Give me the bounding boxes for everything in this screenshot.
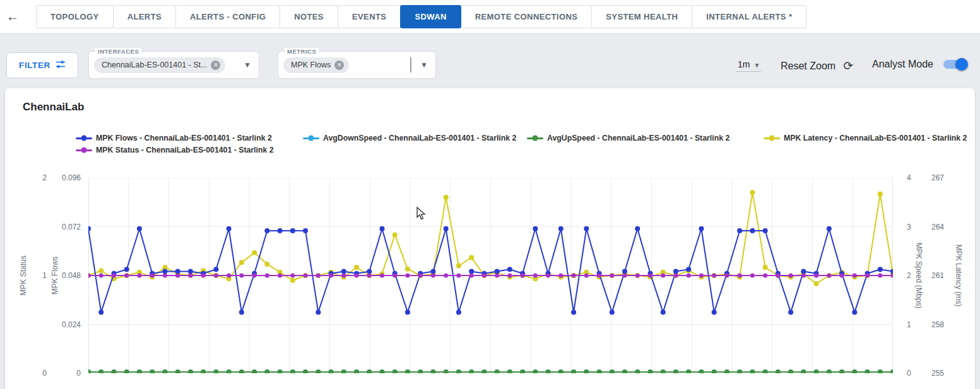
tick-label: 3 <box>907 223 926 231</box>
legend-item-label: AvgDownSpeed - ChennaiLab-ES-001401 - St… <box>323 134 516 142</box>
tick-label: 4 <box>907 173 926 182</box>
chevron-down-icon[interactable]: ▼ <box>241 61 254 69</box>
reset-zoom-button[interactable]: Reset Zoom ⟳ <box>781 59 853 73</box>
tick-label: 0 <box>907 369 926 378</box>
legend-item-mpk-flows[interactable]: MPK Flows - ChennaiLab-ES-001401 - Starl… <box>76 134 272 142</box>
interfaces-label: INTERFACES <box>95 48 141 55</box>
tab-sdwan[interactable]: SDWAN <box>400 5 461 28</box>
tick-column-flows: 0.0960.0720.0480.0240 <box>42 178 81 373</box>
filter-button[interactable]: FILTER <box>6 52 78 78</box>
chart-title: ChennaiLab <box>23 101 84 113</box>
legend-marker-icon <box>303 137 319 139</box>
tab-topology[interactable]: TOPOLOGY <box>36 5 114 28</box>
toggle-knob <box>955 58 968 71</box>
chevron-down-icon[interactable]: ▼ <box>418 61 430 69</box>
chip-remove-icon[interactable]: ✕ <box>211 61 220 70</box>
tick-label: 0 <box>42 369 81 378</box>
interfaces-select[interactable]: INTERFACES ChennaiLab-ES-001401 - St... … <box>88 51 259 79</box>
tick-label: 0.096 <box>42 173 81 182</box>
time-range-select[interactable]: 1m▼ <box>736 59 761 72</box>
tick-label: 2 <box>907 271 926 280</box>
tick-label: 264 <box>931 223 955 231</box>
reset-zoom-label: Reset Zoom <box>781 61 835 72</box>
back-arrow-icon[interactable]: ← <box>0 9 25 24</box>
tick-label: 258 <box>931 320 955 329</box>
analyst-mode-toggle[interactable] <box>943 60 966 69</box>
interfaces-chip-label: ChennaiLab-ES-001401 - St... <box>102 61 207 69</box>
tab-internal-alerts[interactable]: INTERNAL ALERTS * <box>692 5 806 28</box>
legend-item-avgdownspeed[interactable]: AvgDownSpeed - ChennaiLab-ES-001401 - St… <box>303 134 516 142</box>
tick-label: 261 <box>931 271 955 280</box>
tab-system-health[interactable]: SYSTEM HEALTH <box>591 5 692 28</box>
chevron-down-icon: ▼ <box>753 62 760 69</box>
text-caret <box>410 57 411 73</box>
tab-alerts[interactable]: ALERTS <box>113 5 176 28</box>
metrics-select[interactable]: METRICS MPK Flows ✕ ▼ <box>278 51 436 79</box>
tick-column-speed: 43210 <box>907 178 926 373</box>
metrics-label: METRICS <box>285 48 319 55</box>
tick-label: 255 <box>931 369 955 378</box>
metrics-chip[interactable]: MPK Flows ✕ <box>283 57 349 73</box>
metrics-chip-label: MPK Flows <box>291 61 331 69</box>
tab-bar: TOPOLOGYALERTSALERTS - CONFIGNOTESEVENTS… <box>37 5 806 28</box>
legend-marker-icon <box>527 137 543 139</box>
legend-marker-icon <box>76 137 92 139</box>
time-range-value: 1m <box>738 59 750 69</box>
top-navigation-bar: ← TOPOLOGYALERTSALERTS - CONFIGNOTESEVEN… <box>0 0 980 33</box>
chip-remove-icon[interactable]: ✕ <box>334 61 344 70</box>
legend-item-avgupspeed[interactable]: AvgUpSpeed - ChennaiLab-ES-001401 - Star… <box>527 134 729 142</box>
tick-label: 1 <box>907 320 926 329</box>
filter-bar: FILTER INTERFACES ChennaiLab-ES-001401 -… <box>0 33 980 88</box>
tune-icon <box>56 59 66 71</box>
tick-label: 0.024 <box>42 320 81 329</box>
tick-label: 0.048 <box>42 271 81 280</box>
tab-notes[interactable]: NOTES <box>280 5 338 28</box>
analyst-mode-control: Analyst Mode <box>872 59 966 70</box>
tick-label: 0.072 <box>42 223 81 231</box>
reset-zoom-icon: ⟳ <box>843 59 853 73</box>
legend-item-label: MPK Status - ChennaiLab-ES-001401 - Star… <box>96 146 274 154</box>
chart-card: ChennaiLab MPK Flows - ChennaiLab-ES-001… <box>5 88 975 389</box>
legend-item-label: AvgUpSpeed - ChennaiLab-ES-001401 - Star… <box>547 134 729 142</box>
tab-remote-connections[interactable]: REMOTE CONNECTIONS <box>461 5 592 28</box>
tab-alerts-config[interactable]: ALERTS - CONFIG <box>175 5 280 28</box>
chart-plot-area[interactable] <box>88 178 893 373</box>
tick-column-latency: 267264261258255 <box>931 178 955 373</box>
interfaces-chip[interactable]: ChennaiLab-ES-001401 - St... ✕ <box>94 57 225 73</box>
legend-item-mpk-status[interactable]: MPK Status - ChennaiLab-ES-001401 - Star… <box>76 146 274 154</box>
legend-marker-icon <box>764 137 780 139</box>
axis-label-mpk-latency: MPK Latency (ms) <box>954 245 963 307</box>
filter-button-label: FILTER <box>19 61 50 70</box>
tab-events[interactable]: EVENTS <box>338 5 401 28</box>
legend-item-mpk-latency[interactable]: MPK Latency - ChennaiLab-ES-001401 - Sta… <box>764 134 967 142</box>
plot-svg <box>88 178 893 373</box>
tick-label: 267 <box>931 173 955 182</box>
legend-marker-icon <box>76 149 92 151</box>
legend-item-label: MPK Latency - ChennaiLab-ES-001401 - Sta… <box>784 134 967 142</box>
legend-item-label: MPK Flows - ChennaiLab-ES-001401 - Starl… <box>96 134 272 142</box>
analyst-mode-label: Analyst Mode <box>872 59 933 70</box>
